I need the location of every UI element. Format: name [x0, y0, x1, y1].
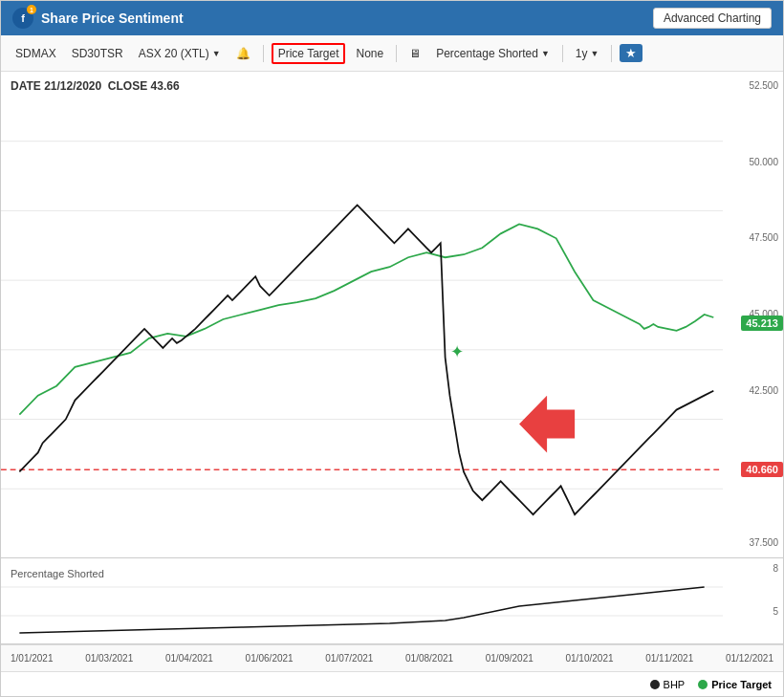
header-title: Share Price Sentiment [41, 11, 184, 26]
sub-chart: Percentage Shorted 8 5 [1, 558, 783, 644]
toolbar-screen-icon: 🖥 [404, 45, 425, 62]
close-label: CLOSE [108, 79, 147, 93]
main-chart: DATE 21/12/2020 CLOSE 43.66 [1, 72, 783, 558]
toolbar: SDMAX SD30TSR ASX 20 (XTL) ▼ 🔔 Price Tar… [1, 35, 783, 72]
legend: BHP Price Target [1, 671, 783, 696]
sub-y-label-8: 8 [773, 563, 778, 574]
y-label-50000: 50.000 [730, 158, 778, 167]
advanced-charting-button[interactable]: Advanced Charting [653, 8, 772, 29]
y-label-52500: 52.500 [730, 81, 778, 91]
x-label-0: 1/01/2021 [11, 653, 54, 664]
bhp-legend-dot [650, 680, 660, 689]
app-icon: f 1 [12, 8, 33, 29]
toolbar-price-target[interactable]: Price Target [272, 43, 346, 64]
x-axis-labels: 1/01/2021 01/03/2021 01/04/2021 01/06/20… [11, 653, 773, 664]
chart-area: DATE 21/12/2020 CLOSE 43.66 [1, 72, 783, 696]
toolbar-separator-1 [263, 45, 264, 62]
price-target-legend-label: Price Target [711, 679, 772, 690]
toolbar-none[interactable]: None [351, 45, 388, 62]
x-label-9: 01/12/2021 [726, 653, 773, 664]
x-label-6: 01/09/2021 [486, 653, 534, 664]
price-badge-red: 40.660 [741, 462, 783, 477]
timeframe-chevron-icon: ▼ [591, 49, 599, 58]
legend-price-target: Price Target [698, 679, 772, 690]
chart-info: DATE 21/12/2020 CLOSE 43.66 [11, 79, 180, 93]
x-label-2: 01/04/2021 [165, 653, 213, 664]
pct-shorted-chevron-icon: ▼ [541, 49, 550, 58]
toolbar-sd30tsr[interactable]: SD30TSR [67, 45, 128, 62]
notification-badge: 1 [27, 5, 36, 14]
legend-bhp: BHP [650, 679, 686, 690]
sub-y-label-5: 5 [773, 606, 778, 617]
y-label-47500: 47.500 [730, 233, 778, 243]
x-label-3: 01/06/2021 [246, 653, 294, 664]
header: f 1 Share Price Sentiment Advanced Chart… [1, 1, 783, 35]
svg-text:✦: ✦ [450, 342, 465, 361]
sub-chart-svg [1, 558, 723, 644]
y-label-42500: 42.500 [730, 386, 778, 396]
toolbar-timeframe[interactable]: 1y ▼ [571, 45, 604, 62]
x-axis: 1/01/2021 01/03/2021 01/04/2021 01/06/20… [1, 644, 783, 671]
y-axis-labels: 52.500 50.000 47.500 45.000 42.500 40.00… [730, 72, 778, 557]
toolbar-separator-4 [611, 45, 612, 62]
y-label-37500: 37.500 [730, 538, 778, 548]
close-value: 43.66 [151, 79, 180, 93]
svg-marker-7 [519, 396, 575, 453]
price-badge-green: 45.213 [741, 316, 783, 331]
app-container: f 1 Share Price Sentiment Advanced Chart… [0, 0, 784, 697]
toolbar-sdmax[interactable]: SDMAX [11, 45, 61, 62]
toolbar-percentage-shorted[interactable]: Percentage Shorted ▼ [431, 45, 555, 62]
date-label: DATE [11, 79, 41, 93]
asx20-chevron-icon: ▼ [212, 49, 221, 58]
price-target-legend-dot [698, 680, 708, 689]
main-chart-svg: ✦ [1, 72, 723, 557]
toolbar-asx20[interactable]: ASX 20 (XTL) ▼ [134, 45, 226, 62]
toolbar-separator-3 [562, 45, 563, 62]
x-label-8: 01/11/2021 [645, 653, 693, 664]
toolbar-bell-icon[interactable]: 🔔 [231, 45, 255, 62]
toolbar-separator-2 [396, 45, 397, 62]
y-label-45000: 45.000 [730, 310, 778, 319]
bhp-legend-label: BHP [664, 679, 686, 690]
x-label-4: 01/07/2021 [325, 653, 373, 664]
x-label-1: 01/03/2021 [85, 653, 133, 664]
x-label-7: 01/10/2021 [565, 653, 613, 664]
header-left: f 1 Share Price Sentiment [12, 8, 184, 29]
x-label-5: 01/08/2021 [405, 653, 453, 664]
date-value: 21/12/2020 [44, 79, 101, 93]
y-label-40000: 40.000 [730, 462, 778, 471]
star-button[interactable]: ★ [620, 44, 642, 62]
